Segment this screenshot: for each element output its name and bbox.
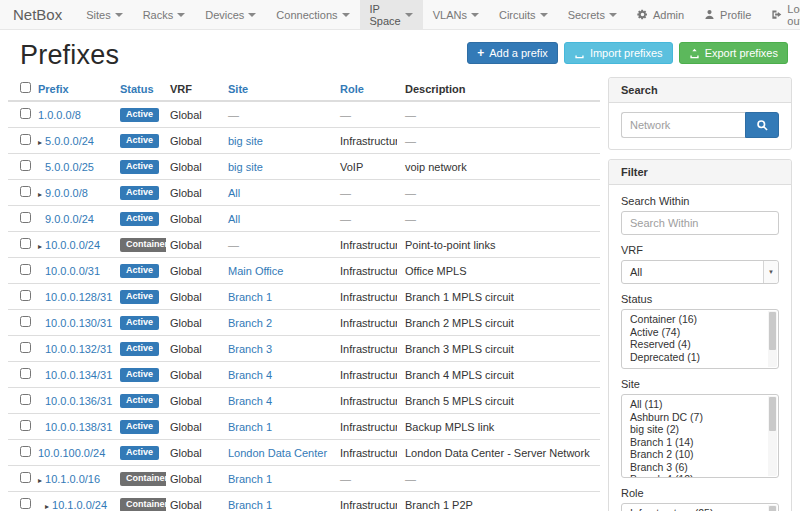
scrollbar[interactable] — [768, 311, 777, 367]
site-link[interactable]: Branch 1 — [228, 499, 272, 511]
row-checkbox[interactable] — [20, 212, 31, 223]
expand-icon[interactable]: ▸ — [38, 476, 42, 485]
row-checkbox[interactable] — [20, 316, 31, 327]
nav-item-secrets[interactable]: Secrets — [558, 0, 627, 29]
column-header-role[interactable]: Role — [332, 77, 397, 101]
site-label: Site — [621, 378, 779, 390]
column-header-prefix[interactable]: Prefix — [34, 77, 116, 101]
status-option[interactable]: Reserved (4) — [622, 338, 778, 351]
prefix-link[interactable]: 9.0.0.0/24 — [45, 213, 94, 225]
nav-item-circuits[interactable]: Circuits — [489, 0, 558, 29]
prefix-link[interactable]: 10.0.0.138/31 — [45, 421, 112, 433]
prefix-link[interactable]: 10.1.0.0/24 — [52, 499, 107, 511]
prefix-link[interactable]: 5.0.0.0/24 — [45, 135, 94, 147]
site-option[interactable]: Ashburn DC (7) — [622, 411, 778, 424]
import-icon — [574, 48, 585, 59]
prefix-link[interactable]: 10.0.100.0/24 — [38, 447, 105, 459]
search-input[interactable] — [621, 112, 745, 138]
prefix-link[interactable]: 10.0.0.0/24 — [45, 239, 100, 251]
vrf-cell: Global — [166, 310, 224, 336]
role-listbox[interactable]: Infrastructure (25)Management (8)Private… — [621, 503, 779, 511]
site-link[interactable]: Branch 1 — [228, 291, 272, 303]
row-checkbox[interactable] — [20, 368, 31, 379]
search-button[interactable] — [745, 112, 779, 138]
search-within-input[interactable] — [621, 211, 779, 235]
prefix-link[interactable]: 10.0.0.134/31 — [45, 369, 112, 381]
site-link[interactable]: Branch 4 — [228, 369, 272, 381]
site-link[interactable]: Branch 1 — [228, 473, 272, 485]
export-prefixes-button[interactable]: Export prefixes — [679, 42, 788, 64]
prefix-link[interactable]: 5.0.0.0/25 — [45, 161, 94, 173]
site-link[interactable]: Branch 2 — [228, 317, 272, 329]
site-link[interactable]: Branch 1 — [228, 421, 272, 433]
role-option[interactable]: Infrastructure (25) — [622, 507, 778, 511]
row-checkbox[interactable] — [20, 472, 31, 483]
expand-icon[interactable]: ▸ — [45, 502, 49, 511]
site-option[interactable]: big site (2) — [622, 423, 778, 436]
site-option[interactable]: All (11) — [622, 398, 778, 411]
site-option[interactable]: Branch 2 (10) — [622, 448, 778, 461]
site-link[interactable]: big site — [228, 135, 263, 147]
brand-logo[interactable]: NetBox — [0, 0, 76, 29]
column-header-site[interactable]: Site — [224, 77, 332, 101]
prefix-link[interactable]: 10.0.0.132/31 — [45, 343, 112, 355]
status-option[interactable]: Active (74) — [622, 326, 778, 339]
nav-item-log-out[interactable]: Log out — [761, 0, 800, 29]
row-checkbox[interactable] — [20, 160, 31, 171]
row-checkbox[interactable] — [20, 498, 31, 509]
row-checkbox[interactable] — [20, 238, 31, 249]
site-option[interactable]: Branch 1 (14) — [622, 436, 778, 449]
site-link[interactable]: London Data Center — [228, 447, 327, 459]
nav-item-vlans[interactable]: VLANs — [423, 0, 489, 29]
import-prefixes-button[interactable]: Import prefixes — [564, 42, 673, 64]
row-checkbox[interactable] — [20, 264, 31, 275]
status-listbox[interactable]: Container (16)Active (74)Reserved (4)Dep… — [621, 309, 779, 369]
nav-item-sites[interactable]: Sites — [76, 0, 132, 29]
nav-item-connections[interactable]: Connections — [266, 0, 359, 29]
status-option[interactable]: Container (16) — [622, 313, 778, 326]
scrollbar[interactable] — [768, 396, 777, 476]
description-cell: Branch 5 MPLS circuit — [397, 388, 600, 414]
site-option[interactable]: Branch 4 (12) — [622, 473, 778, 478]
prefix-link[interactable]: 10.0.0.128/31 — [45, 291, 112, 303]
row-checkbox[interactable] — [20, 446, 31, 457]
expand-icon[interactable]: ▸ — [38, 190, 42, 199]
site-link[interactable]: All — [228, 213, 240, 225]
row-checkbox[interactable] — [20, 186, 31, 197]
site-option[interactable]: Branch 3 (6) — [622, 461, 778, 474]
row-checkbox[interactable] — [20, 420, 31, 431]
site-link[interactable]: Main Office — [228, 265, 283, 277]
row-checkbox[interactable] — [20, 290, 31, 301]
row-checkbox[interactable] — [20, 394, 31, 405]
row-checkbox[interactable] — [20, 108, 31, 119]
select-all-checkbox[interactable] — [20, 82, 31, 93]
table-row: 10.0.0.128/31ActiveGlobalBranch 1Infrast… — [8, 284, 600, 310]
logout-icon — [771, 9, 782, 20]
expand-icon[interactable]: ▸ — [38, 242, 42, 251]
prefix-link[interactable]: 9.0.0.0/8 — [45, 187, 88, 199]
site-link[interactable]: Branch 4 — [228, 395, 272, 407]
table-row: 10.0.0.0/31ActiveGlobalMain OfficeInfras… — [8, 258, 600, 284]
nav-item-racks[interactable]: Racks — [133, 0, 196, 29]
add-prefix-button[interactable]: + Add a prefix — [467, 42, 558, 64]
prefix-link[interactable]: 10.0.0.136/31 — [45, 395, 112, 407]
scrollbar[interactable] — [768, 505, 777, 511]
vrf-select[interactable]: All ▼ — [621, 260, 779, 284]
row-checkbox[interactable] — [20, 342, 31, 353]
prefix-link[interactable]: 1.0.0.0/8 — [38, 109, 81, 121]
row-checkbox[interactable] — [20, 134, 31, 145]
prefix-link[interactable]: 10.0.0.0/31 — [45, 265, 100, 277]
nav-item-admin[interactable]: Admin — [627, 0, 694, 29]
site-link[interactable]: All — [228, 187, 240, 199]
prefix-link[interactable]: 10.0.0.130/31 — [45, 317, 112, 329]
nav-item-profile[interactable]: Profile — [694, 0, 761, 29]
prefix-link[interactable]: 10.1.0.0/16 — [45, 473, 100, 485]
nav-item-devices[interactable]: Devices — [195, 0, 266, 29]
expand-icon[interactable]: ▸ — [38, 138, 42, 147]
site-link[interactable]: big site — [228, 161, 263, 173]
site-link[interactable]: Branch 3 — [228, 343, 272, 355]
column-header-status[interactable]: Status — [116, 77, 166, 101]
nav-item-ip-space[interactable]: IP Space — [360, 0, 423, 29]
site-listbox[interactable]: All (11)Ashburn DC (7)big site (2)Branch… — [621, 394, 779, 478]
status-option[interactable]: Deprecated (1) — [622, 351, 778, 364]
